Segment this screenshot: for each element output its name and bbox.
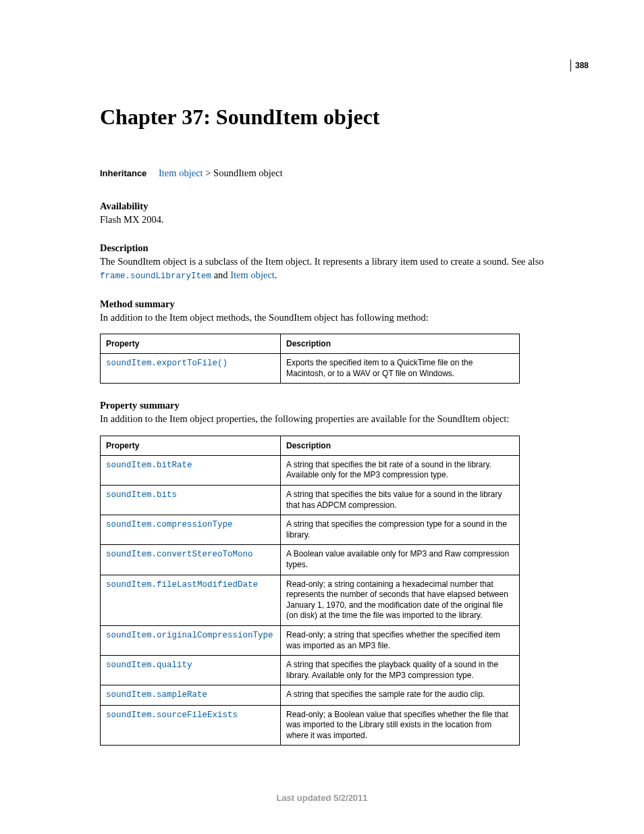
table-row: soundItem.exportToFile()Exports the spec… [101, 354, 520, 384]
description-cell: Read-only; a string that specifies wheth… [281, 626, 520, 656]
property-cell: soundItem.convertStereoToMono [101, 545, 281, 575]
description-cell: A string that specifies the sample rate … [281, 685, 520, 705]
description-cell: A Boolean value available only for MP3 a… [281, 545, 520, 575]
property-link[interactable]: soundItem.convertStereoToMono [106, 550, 253, 559]
property-link[interactable]: soundItem.exportToFile() [106, 359, 227, 368]
property-cell: soundItem.compressionType [101, 515, 281, 545]
description-section: Description The SoundItem object is a su… [100, 242, 585, 282]
table-row: soundItem.sourceFileExistsRead-only; a B… [101, 705, 520, 746]
property-cell: soundItem.exportToFile() [101, 354, 281, 384]
availability-section: Availability Flash MX 2004. [100, 201, 585, 227]
property-link[interactable]: soundItem.fileLastModifiedDate [106, 580, 258, 590]
method-summary-heading: Method summary [100, 298, 585, 310]
property-cell: soundItem.fileLastModifiedDate [101, 575, 281, 625]
description-suffix: . [275, 269, 277, 280]
description-cell: A string that specifies the bits value f… [281, 486, 520, 515]
description-cell: A string that specifies the compression … [281, 515, 520, 545]
property-cell: soundItem.bits [101, 486, 281, 515]
description-cell: A string that specifies the bit rate of … [281, 455, 520, 485]
inheritance-sep: > [203, 167, 213, 178]
property-summary-section: Property summary In addition to the Item… [100, 400, 585, 746]
table-row: soundItem.qualityA string that specifies… [101, 656, 520, 685]
property-link[interactable]: soundItem.quality [106, 660, 192, 670]
property-summary-heading: Property summary [100, 400, 585, 411]
inheritance-link-item-object[interactable]: Item object [159, 167, 203, 178]
link-frame-soundlibraryitem[interactable]: frame.soundLibraryItem [100, 271, 211, 281]
property-cell: soundItem.bitRate [101, 455, 281, 485]
property-cell: soundItem.originalCompressionType [101, 626, 281, 656]
property-col-property: Property [101, 436, 281, 455]
inheritance-current: SoundItem object [213, 167, 283, 178]
table-row: soundItem.originalCompressionTypeRead-on… [101, 626, 520, 656]
description-and: and [211, 269, 230, 280]
property-col-description: Description [281, 436, 520, 455]
table-row: soundItem.bitsA string that specifies th… [101, 486, 520, 515]
method-col-description: Description [281, 334, 520, 354]
property-cell: soundItem.sampleRate [101, 685, 281, 705]
property-link[interactable]: soundItem.bitRate [106, 461, 192, 470]
property-summary-table: Property Description soundItem.bitRateA … [100, 436, 520, 746]
inheritance-label: Inheritance [100, 168, 146, 178]
property-link[interactable]: soundItem.bits [106, 490, 177, 500]
property-link[interactable]: soundItem.compressionType [106, 520, 233, 529]
description-cell: Exports the specified item to a QuickTim… [281, 354, 520, 384]
table-row: soundItem.convertStereoToMonoA Boolean v… [101, 545, 520, 575]
property-link[interactable]: soundItem.sourceFileExists [106, 710, 238, 720]
method-summary-intro: In addition to the Item object methods, … [100, 311, 585, 325]
link-item-object[interactable]: Item object [230, 269, 275, 280]
table-row: soundItem.sampleRateA string that specif… [101, 685, 520, 705]
description-cell: Read-only; a string containing a hexadec… [281, 575, 520, 625]
property-link[interactable]: soundItem.sampleRate [106, 690, 207, 700]
chapter-title: Chapter 37: SoundItem object [100, 105, 585, 130]
property-cell: soundItem.quality [101, 656, 281, 685]
method-col-property: Property [101, 334, 281, 354]
description-prefix: The SoundItem object is a subclass of th… [100, 256, 544, 267]
property-cell: soundItem.sourceFileExists [101, 705, 281, 746]
property-link[interactable]: soundItem.originalCompressionType [106, 631, 273, 640]
description-heading: Description [100, 242, 585, 254]
page-number: 388 [570, 59, 589, 72]
inheritance-line: Inheritance Item object > SoundItem obje… [100, 167, 585, 180]
table-row: soundItem.bitRateA string that specifies… [101, 455, 520, 485]
availability-text: Flash MX 2004. [100, 213, 585, 227]
method-summary-section: Method summary In addition to the Item o… [100, 298, 585, 384]
description-cell: A string that specifies the playback qua… [281, 656, 520, 685]
page-footer: Last updated 5/2/2011 [0, 793, 644, 803]
table-row: soundItem.fileLastModifiedDateRead-only;… [101, 575, 520, 625]
description-text: The SoundItem object is a subclass of th… [100, 255, 585, 282]
table-row: soundItem.compressionTypeA string that s… [101, 515, 520, 545]
method-summary-table: Property Description soundItem.exportToF… [100, 334, 520, 384]
property-summary-intro: In addition to the Item object propertie… [100, 413, 585, 426]
availability-heading: Availability [100, 201, 585, 212]
description-cell: Read-only; a Boolean value that specifie… [281, 705, 520, 746]
